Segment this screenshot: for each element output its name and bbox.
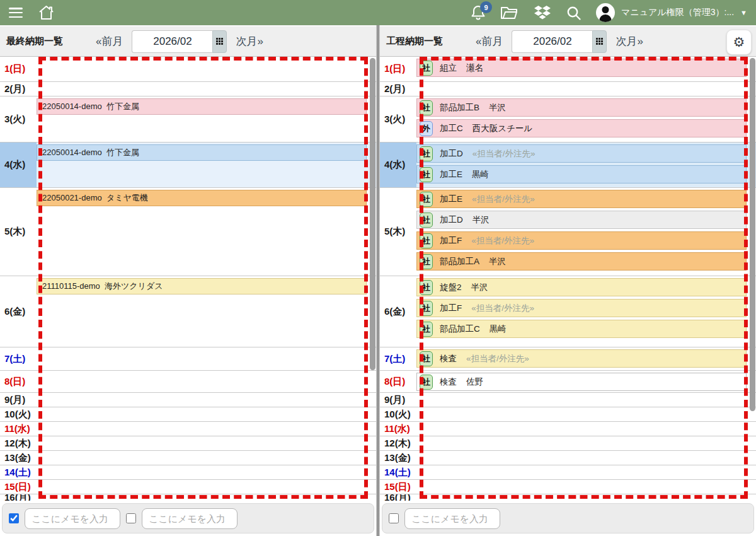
next-month-button[interactable]: 次月» (236, 34, 263, 49)
day-row[interactable]: 4(水)22050014-demo 竹下金属 (0, 143, 376, 188)
next-month-button[interactable]: 次月» (616, 34, 643, 49)
day-row[interactable]: 1(日)社組立瀬名 (380, 57, 756, 82)
day-events (37, 82, 376, 96)
day-row[interactable]: 12(木) (380, 436, 756, 451)
day-row[interactable]: 5(木)社加工E«担当者/外注先»社加工D半沢社加工F«担当者/外注先»社部品加… (380, 188, 756, 276)
day-events: 社検査«担当者/外注先» (416, 347, 756, 370)
day-events (416, 480, 756, 494)
user-menu[interactable]: マニュアル権限（管理3）:... ▼ (596, 3, 747, 22)
process-event-bar[interactable]: 社加工D半沢 (416, 211, 747, 229)
folder-icon[interactable] (500, 5, 519, 20)
day-row[interactable]: 9(月) (380, 393, 756, 407)
process-event-bar[interactable]: 社加工E«担当者/外注先» (416, 190, 747, 208)
scrollbar-thumb[interactable] (370, 58, 375, 370)
process-event-bar[interactable]: 社部品加工B半沢 (416, 98, 747, 117)
day-row[interactable]: 12(木) (0, 436, 376, 451)
order-event-bar[interactable]: 21110115-demo 海外ツクリダス (37, 278, 367, 294)
memo-checkbox[interactable] (126, 513, 136, 523)
day-row[interactable]: 16(月) (0, 494, 376, 501)
day-events (416, 422, 756, 436)
process-event-bar[interactable]: 社加工F«担当者/外注先» (416, 299, 747, 317)
day-row[interactable]: 10(火) (0, 407, 376, 422)
process-name: 加工C (440, 123, 463, 134)
day-row[interactable]: 11(水) (0, 422, 376, 436)
day-label: 7(土) (380, 347, 416, 370)
day-row[interactable]: 16(月) (380, 494, 756, 501)
process-event-bar[interactable]: 社加工D«担当者/外注先» (416, 144, 747, 163)
bell-icon[interactable]: 9 (471, 4, 486, 21)
day-row[interactable]: 2(月) (380, 82, 756, 96)
day-row[interactable]: 6(金)21110115-demo 海外ツクリダス (0, 276, 376, 347)
day-events (416, 407, 756, 421)
gear-icon[interactable]: ⚙ (726, 30, 752, 55)
order-event-bar[interactable]: 22050014-demo 竹下金属 (37, 144, 367, 161)
process-due-footer (380, 501, 756, 536)
day-label: 8(日) (0, 371, 37, 392)
day-row[interactable]: 1(日) (0, 57, 376, 82)
day-label: 3(火) (0, 96, 37, 142)
day-row[interactable]: 6(金)社旋盤2半沢社加工F«担当者/外注先»社部品加工C黒崎 (380, 276, 756, 347)
calendar-picker-button[interactable] (212, 30, 227, 53)
inhouse-badge: 社 (420, 213, 433, 228)
process-event-bar[interactable]: 社検査«担当者/外注先» (416, 349, 747, 368)
day-events: 社加工E«担当者/外注先»社加工D半沢社加工F«担当者/外注先»社部品加工A半沢 (416, 188, 756, 276)
calendar-picker-button[interactable] (592, 30, 607, 53)
day-label: 12(木) (0, 436, 37, 450)
menu-icon[interactable] (9, 8, 23, 18)
day-row[interactable]: 8(日)社検査佐野 (380, 371, 756, 393)
day-row[interactable]: 11(水) (380, 422, 756, 436)
day-row[interactable]: 9(月) (0, 393, 376, 407)
day-row[interactable]: 3(火)社部品加工B半沢外加工C西大阪スチール (380, 96, 756, 143)
month-input[interactable] (512, 30, 592, 53)
day-row[interactable]: 10(火) (380, 407, 756, 422)
day-row[interactable]: 7(土)社検査«担当者/外注先» (380, 347, 756, 371)
assignee-name: «担当者/外注先» (471, 303, 534, 314)
day-row[interactable]: 14(土) (0, 465, 376, 480)
order-event-bar[interactable]: 22050014-demo 竹下金属 (37, 98, 367, 115)
assignee-name: 半沢 (489, 256, 506, 267)
process-event-bar[interactable]: 社加工F«担当者/外注先» (416, 231, 747, 250)
day-row[interactable]: 5(木)22050021-demo タミヤ電機 (0, 188, 376, 276)
assignee-name: 佐野 (466, 376, 483, 388)
process-event-bar[interactable]: 社旋盤2半沢 (416, 278, 747, 296)
day-row[interactable]: 7(土) (0, 347, 376, 371)
day-row[interactable]: 14(土) (380, 465, 756, 480)
day-row[interactable]: 4(水)社加工D«担当者/外注先»社加工E黒崎 (380, 143, 756, 188)
day-row[interactable]: 2(月) (0, 82, 376, 96)
inhouse-badge: 社 (420, 100, 433, 115)
day-row[interactable]: 13(金) (0, 451, 376, 465)
day-row[interactable]: 15(日) (380, 480, 756, 494)
final-due-calendar: 1(日)2(月)3(火)22050014-demo 竹下金属4(水)220500… (0, 57, 376, 501)
month-input[interactable] (132, 30, 212, 53)
day-row[interactable]: 3(火)22050014-demo 竹下金属 (0, 96, 376, 143)
process-name: 加工D (440, 214, 463, 226)
process-event-bar[interactable]: 外加工C西大阪スチール (416, 119, 747, 137)
home-icon[interactable] (38, 4, 55, 21)
day-events (416, 82, 756, 96)
process-event-bar[interactable]: 社検査佐野 (416, 373, 747, 391)
memo-input[interactable] (142, 508, 238, 529)
day-row[interactable]: 15(日) (0, 480, 376, 494)
process-due-panel: 工程納期一覧 «前月 次月» ⚙ 1(日)社組立瀬名2(月)3(火)社部品加工B… (380, 25, 756, 536)
prev-month-button[interactable]: «前月 (96, 34, 123, 49)
day-row[interactable]: 13(金) (380, 451, 756, 465)
scrollbar-thumb[interactable] (750, 58, 755, 411)
order-event-bar[interactable]: 22050021-demo タミヤ電機 (37, 190, 367, 206)
search-icon[interactable] (566, 5, 581, 21)
memo-checkbox[interactable] (389, 513, 399, 523)
prev-month-button[interactable]: «前月 (476, 34, 503, 49)
memo-input[interactable] (25, 508, 120, 529)
day-events: 21110115-demo 海外ツクリダス (37, 276, 376, 347)
assignee-name: «担当者/外注先» (466, 353, 529, 364)
day-row[interactable]: 8(日) (0, 371, 376, 393)
process-name: 旋盤2 (440, 282, 462, 293)
dropbox-icon[interactable] (534, 5, 551, 21)
process-event-bar[interactable]: 社組立瀬名 (416, 59, 747, 77)
day-label: 2(月) (0, 82, 37, 96)
memo-checkbox[interactable] (9, 513, 19, 523)
process-event-bar[interactable]: 社加工E黒崎 (416, 165, 747, 184)
process-event-bar[interactable]: 社部品加工A半沢 (416, 252, 747, 271)
memo-input[interactable] (404, 508, 500, 529)
process-event-bar[interactable]: 社部品加工C黒崎 (416, 320, 747, 338)
inhouse-badge: 社 (420, 322, 433, 337)
